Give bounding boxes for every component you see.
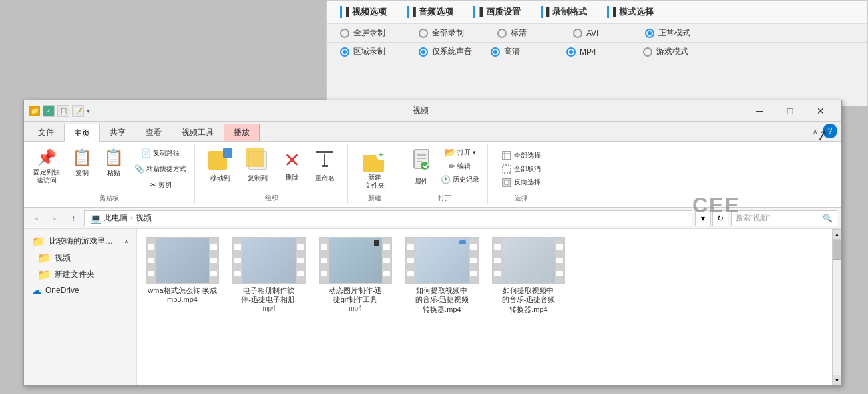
normal-mode-option[interactable]: 正常模式: [645, 27, 690, 39]
svg-rect-8: [503, 152, 511, 160]
system-audio-option[interactable]: 仅系统声音: [419, 46, 472, 57]
address-path[interactable]: 💻 此电脑 › 视频: [84, 210, 692, 226]
region-record-radio[interactable]: [340, 47, 349, 57]
maximize-button[interactable]: □: [775, 100, 805, 122]
mp4-option[interactable]: MP4: [566, 47, 596, 57]
search-box[interactable]: 搜索"视频" 🔍: [731, 210, 837, 226]
history-button[interactable]: 🕐 历史记录: [438, 174, 482, 186]
list-item[interactable]: 如何提取视频中的音乐-迅捷视频转换器.mp4: [402, 234, 482, 317]
hd-quality-radio[interactable]: [491, 47, 500, 57]
system-audio-radio[interactable]: [419, 47, 428, 57]
close-button[interactable]: ✕: [805, 100, 836, 122]
video-thumbnail-4: [405, 237, 479, 284]
clipboard-small-btns: 📄 复制路径 📎 粘贴快捷方式 ✂ 剪切: [132, 146, 189, 192]
pin-icon: 📌: [37, 148, 57, 167]
back-button[interactable]: ◂: [28, 210, 44, 226]
paste-shortcut-icon: 📎: [134, 164, 144, 174]
new-folder-icon: +: [363, 148, 387, 172]
up-button[interactable]: ↑: [65, 210, 81, 226]
forward-button[interactable]: ▸: [47, 210, 63, 226]
dropdown-arrow[interactable]: ▾: [87, 107, 90, 114]
properties-button[interactable]: 属性: [407, 146, 435, 189]
edit-icon: ✏: [449, 162, 455, 171]
cut-button[interactable]: ✂ 剪切: [132, 179, 189, 191]
paste-button[interactable]: 📋 粘贴: [100, 146, 128, 192]
tab-share[interactable]: 共享: [100, 124, 136, 141]
film-strip-left-1: [146, 238, 156, 283]
scroll-thumb[interactable]: [833, 240, 841, 260]
avi-radio[interactable]: [573, 29, 582, 38]
sidebar-item-videos-label: 视频: [55, 252, 71, 264]
new-folder-button[interactable]: + 新建文件夹: [359, 146, 391, 192]
rename-button[interactable]: 重命名: [311, 146, 339, 186]
copy-button[interactable]: 📋 复制: [68, 146, 96, 192]
all-record-radio[interactable]: [419, 29, 428, 38]
file-name-1: wma格式怎么转 换成mp3.mp4: [146, 286, 219, 305]
recording-panel: ▌视频选项 ▌音频选项 ▌画质设置 ▌录制格式 ▌模式选择 全屏录制 全部录制 …: [326, 0, 868, 106]
list-item[interactable]: wma格式怎么转 换成mp3.mp4: [142, 234, 222, 317]
svg-rect-1: [324, 154, 326, 166]
mp4-radio[interactable]: [566, 47, 576, 57]
open-button[interactable]: 📂 打开 ▾: [438, 146, 482, 159]
scrollbar-vertical[interactable]: ▲ ▼: [832, 229, 841, 385]
delete-icon: ✕: [284, 148, 300, 172]
sidebar-item-onedrive[interactable]: ☁ OneDrive: [24, 283, 136, 297]
quick-access-icon-2[interactable]: 📋: [57, 105, 69, 117]
open-small-btns: 📂 打开 ▾ ✏ 编辑 🕐 历史记录: [438, 146, 482, 186]
video-thumbnail-5: [492, 237, 565, 284]
tab-video-tools[interactable]: 视频工具: [172, 124, 224, 141]
fullscreen-option[interactable]: 全屏录制: [340, 27, 385, 39]
list-item[interactable]: 如何提取视频中的音乐-迅捷音频转换器.mp4: [489, 234, 568, 317]
paste-shortcut-button[interactable]: 📎 粘贴快捷方式: [132, 163, 189, 175]
sidebar-expand-arrow: ∧: [124, 238, 128, 244]
select-group: 全部选择 全部取消: [488, 144, 554, 204]
copy-to-button[interactable]: 复制到: [242, 146, 274, 186]
list-item[interactable]: 电子相册制作软件-迅捷电子相册. mp4: [229, 234, 309, 317]
move-icon: ←: [208, 148, 232, 172]
select-none-button[interactable]: 全部取消: [499, 163, 543, 175]
file-ext-2: mp4: [262, 305, 275, 312]
tab-view[interactable]: 查看: [136, 124, 172, 141]
normal-mode-radio[interactable]: [645, 29, 654, 38]
quick-access-icon-1[interactable]: ✓: [43, 105, 55, 117]
scroll-down-button[interactable]: ▼: [833, 375, 841, 385]
tab-file[interactable]: 文件: [28, 124, 64, 141]
move-to-button[interactable]: ← 移动到: [204, 146, 236, 186]
list-item[interactable]: 动态图片制作-迅捷gif制作工具 mp4: [316, 234, 395, 317]
region-record-option[interactable]: 区域录制: [340, 46, 385, 57]
standard-quality-option[interactable]: 标清: [497, 27, 527, 39]
standard-quality-radio[interactable]: [497, 29, 507, 38]
delete-button[interactable]: ✕ 删除: [279, 146, 306, 185]
scroll-up-button[interactable]: ▲: [833, 229, 841, 240]
select-all-button[interactable]: 全部选择: [499, 150, 543, 162]
avi-option[interactable]: AVI: [573, 29, 598, 38]
file-grid: wma格式怎么转 换成mp3.mp4 电子相册制作软件-迅捷电子相册. mp4: [137, 229, 832, 385]
all-record-option[interactable]: 全部录制: [419, 27, 464, 39]
fullscreen-radio[interactable]: [340, 29, 349, 38]
tab-playback[interactable]: 播放: [224, 124, 260, 141]
breadcrumb-videos: 视频: [136, 212, 152, 224]
video-thumbnail-2: [232, 237, 306, 284]
invert-selection-button[interactable]: 反向选择: [499, 176, 543, 188]
edit-button[interactable]: ✏ 编辑: [438, 160, 482, 172]
file-name-5: 如何提取视频中的音乐-迅捷音频转换器.mp4: [502, 286, 556, 314]
file-name-2: 电子相册制作软件-迅捷电子相册.: [241, 286, 297, 305]
tab-home[interactable]: 主页: [64, 124, 100, 142]
minimize-button[interactable]: ─: [744, 100, 775, 122]
svg-rect-2: [322, 165, 328, 167]
clipboard-group: 📌 固定到快速访问 📋 复制 📋 粘贴 📄: [24, 144, 195, 204]
quality-label: ▌画质设置: [473, 6, 520, 18]
game-mode-radio[interactable]: [643, 47, 652, 57]
sidebar-item-videos[interactable]: 📁 视频: [24, 250, 136, 266]
film-strip-left-5: [493, 238, 502, 283]
game-mode-option[interactable]: 游戏模式: [643, 46, 688, 57]
film-strip-right-2: [296, 238, 305, 283]
hd-quality-option[interactable]: 高清: [491, 46, 520, 57]
sidebar-item-new-folder[interactable]: 📁 新建文件夹: [24, 266, 136, 283]
copy-icon: 📋: [72, 148, 92, 167]
pin-button[interactable]: 📌 固定到快速访问: [29, 146, 64, 192]
quick-access-icon-3[interactable]: 📝: [72, 105, 84, 117]
organize-label: 组织: [265, 194, 278, 203]
copy-path-button[interactable]: 📄 复制路径: [132, 147, 189, 159]
sidebar-item-games[interactable]: 📁 比较嗨的游戏里… ∧: [24, 233, 136, 250]
